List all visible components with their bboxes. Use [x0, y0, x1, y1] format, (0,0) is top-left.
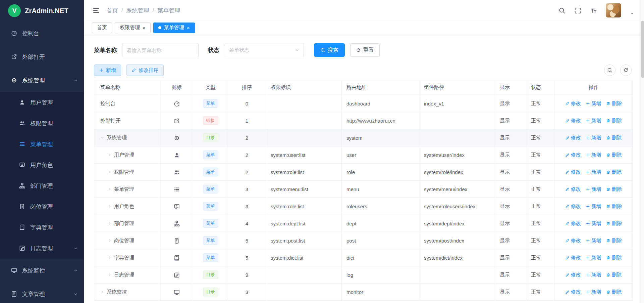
sidebar-item-dept[interactable]: 部门管理: [0, 175, 84, 196]
row-add-button[interactable]: 新增: [586, 186, 601, 192]
search-icon[interactable]: [558, 7, 566, 14]
sidebar-item-external-open[interactable]: 外部打开: [0, 45, 84, 69]
sidebar-item-dashboard[interactable]: 控制台: [0, 21, 84, 45]
sidebar-item-log[interactable]: 日志管理: [0, 238, 84, 259]
row-delete-button[interactable]: 删除: [606, 118, 622, 124]
sidebar-item-user-role[interactable]: 用户角色: [0, 155, 84, 175]
row-delete-button[interactable]: 删除: [606, 169, 622, 175]
sidebar-item-user[interactable]: 用户管理: [0, 92, 84, 113]
row-edit-button[interactable]: 修改: [565, 118, 581, 124]
row-add-button[interactable]: 新增: [586, 220, 601, 227]
row-delete-button[interactable]: 删除: [606, 272, 622, 278]
route-cell: http://www.izhaorui.cn: [342, 112, 419, 129]
expand-row-icon[interactable]: [108, 187, 112, 191]
row-add-label: 新增: [591, 203, 601, 210]
row-edit-button[interactable]: 修改: [565, 100, 581, 107]
add-button[interactable]: 新增: [94, 64, 121, 76]
page-content: 菜单名称 状态 菜单状态 搜索 重置: [84, 35, 644, 303]
row-edit-button[interactable]: 修改: [565, 289, 581, 295]
menu-name-input[interactable]: [122, 43, 199, 57]
tab-home[interactable]: 首页: [92, 23, 112, 33]
scrollbar-track[interactable]: [641, 0, 644, 303]
hamburger-icon[interactable]: [93, 7, 100, 14]
row-edit-button[interactable]: 修改: [565, 237, 581, 244]
sidebar-item-menu[interactable]: 菜单管理: [0, 134, 84, 155]
sidebar-item-label: 部门管理: [30, 182, 53, 190]
row-edit-label: 修改: [571, 220, 581, 227]
breadcrumb-item[interactable]: 首页: [107, 7, 118, 14]
row-add-button[interactable]: 新增: [586, 237, 601, 244]
status-select[interactable]: 菜单状态: [225, 43, 304, 57]
row-add-button[interactable]: 新增: [586, 100, 601, 107]
row-delete-button[interactable]: 删除: [606, 100, 622, 107]
expand-row-icon[interactable]: [108, 170, 112, 174]
row-add-button[interactable]: 新增: [586, 135, 601, 141]
breadcrumb-item[interactable]: 系统管理: [126, 7, 149, 14]
fullscreen-icon[interactable]: [574, 7, 581, 14]
row-edit-button[interactable]: 修改: [565, 272, 581, 278]
row-delete-label: 删除: [612, 272, 622, 278]
users-icon: [19, 120, 25, 126]
sidebar-item-system[interactable]: 系统管理: [0, 69, 84, 92]
edit-sort-button[interactable]: 修改排序: [126, 64, 164, 76]
row-add-button[interactable]: 新增: [586, 272, 601, 278]
column-header: 操作: [554, 80, 633, 95]
expand-row-icon[interactable]: [108, 239, 112, 243]
user-avatar[interactable]: [606, 3, 621, 17]
row-delete-button[interactable]: 删除: [606, 255, 622, 261]
component-cell: [419, 129, 495, 146]
collapse-row-icon[interactable]: [100, 136, 104, 140]
row-add-button[interactable]: 新增: [586, 203, 601, 210]
search-button[interactable]: 搜索: [314, 43, 345, 57]
row-add-button[interactable]: 新增: [586, 255, 601, 261]
expand-row-icon[interactable]: [108, 221, 112, 225]
expand-row-icon[interactable]: [108, 256, 112, 260]
expand-row-icon[interactable]: [108, 153, 112, 157]
row-delete-button[interactable]: 删除: [606, 237, 622, 244]
perm-cell: system:role:list: [266, 164, 342, 181]
tab-label: 菜单管理: [164, 25, 184, 31]
row-edit-button[interactable]: 修改: [565, 135, 581, 141]
row-delete-label: 删除: [612, 169, 622, 175]
row-delete-button[interactable]: 删除: [606, 289, 622, 295]
table-search-button[interactable]: [604, 64, 615, 76]
reset-button[interactable]: 重置: [350, 43, 380, 57]
sidebar-item-dict[interactable]: 字典管理: [0, 217, 84, 238]
scrollbar-thumb[interactable]: [641, 21, 644, 78]
tab-close-icon[interactable]: ×: [143, 25, 146, 30]
row-edit-button[interactable]: 修改: [565, 220, 581, 227]
sidebar-item-monitor[interactable]: 系统监控: [0, 259, 84, 282]
sidebar-item-role[interactable]: 权限管理: [0, 113, 84, 134]
row-delete-button[interactable]: 删除: [606, 152, 622, 158]
row-add-button[interactable]: 新增: [586, 152, 601, 158]
row-add-button[interactable]: 新增: [586, 169, 601, 175]
expand-row-icon[interactable]: [108, 204, 112, 208]
menu-list-icon: [174, 186, 180, 192]
component-cell: system/roleusers/index: [419, 198, 495, 215]
expand-row-icon[interactable]: [100, 290, 104, 294]
tab-close-icon[interactable]: ×: [187, 25, 190, 30]
sidebar-item-post[interactable]: 岗位管理: [0, 196, 84, 217]
row-edit-button[interactable]: 修改: [565, 169, 581, 175]
route-cell: dept: [342, 215, 419, 232]
row-edit-button[interactable]: 修改: [565, 255, 581, 261]
row-edit-button[interactable]: 修改: [565, 203, 581, 210]
topbar-actions: [558, 3, 634, 17]
row-delete-button[interactable]: 删除: [606, 186, 622, 192]
row-delete-button[interactable]: 删除: [606, 203, 622, 210]
row-edit-button[interactable]: 修改: [565, 152, 581, 158]
font-size-icon[interactable]: [590, 7, 597, 14]
avatar-caret-icon[interactable]: [630, 11, 634, 16]
row-delete-button[interactable]: 删除: [606, 135, 622, 141]
tab-role[interactable]: 权限管理×: [115, 23, 151, 33]
row-add-button[interactable]: 新增: [586, 289, 601, 295]
row-delete-button[interactable]: 删除: [606, 220, 622, 227]
table-refresh-button[interactable]: [620, 64, 632, 76]
sidebar-item-article[interactable]: 文章管理: [0, 282, 84, 303]
component-cell: [419, 112, 495, 129]
expand-row-icon[interactable]: [108, 273, 112, 277]
tab-menu[interactable]: 菜单管理×: [153, 23, 195, 33]
row-add-button[interactable]: 新增: [586, 118, 601, 124]
menu-name: 用户角色: [114, 203, 134, 210]
row-edit-button[interactable]: 修改: [565, 186, 581, 192]
